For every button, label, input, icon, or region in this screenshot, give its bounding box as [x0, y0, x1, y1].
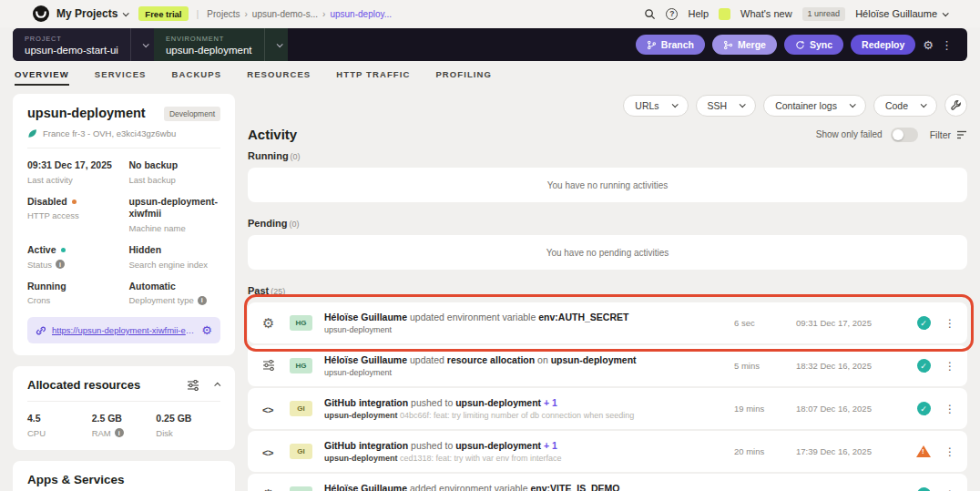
environment-switcher-chevron[interactable] — [264, 28, 288, 61]
environment-actions: URLs SSH Container logs Code — [248, 94, 967, 117]
chevron-down-icon — [740, 101, 746, 107]
gear-icon: ⚙ — [262, 316, 290, 330]
urls-dropdown[interactable]: URLs — [623, 95, 688, 117]
activity-duration: 19 mins — [734, 404, 796, 414]
project-label: PROJECT — [25, 35, 118, 43]
environment-stats: 09:31 Dec 17, 2025 Last activity No back… — [27, 159, 220, 305]
tab-backups[interactable]: BACKUPS — [172, 69, 222, 86]
sliders-icon — [262, 359, 290, 373]
activity-row[interactable]: ⚙ HG Héloïse Guillaume added environment… — [248, 474, 967, 491]
row-kebab-menu-icon[interactable]: ⋮ — [944, 317, 956, 330]
branch-button-label: Branch — [661, 39, 694, 50]
sync-button[interactable]: Sync — [784, 35, 843, 55]
tab-resources[interactable]: RESOURCES — [247, 69, 311, 86]
ram-info-icon[interactable]: i — [115, 428, 124, 437]
row-kebab-menu-icon[interactable]: ⋮ — [944, 360, 956, 373]
redeploy-button[interactable]: Redeploy — [851, 35, 915, 55]
activity-row[interactable]: ⚙ HG Héloïse Guillaume updated environme… — [248, 302, 967, 343]
ssh-label: SSH — [708, 100, 728, 111]
breadcrumb-environment[interactable]: upsun-deploy... — [330, 9, 392, 19]
activity-row[interactable]: <> GI GitHub integration pushed to upsun… — [248, 431, 967, 472]
environment-settings-gear-icon[interactable]: ⚙ — [923, 39, 934, 51]
apps-services-card: Apps & Services — [13, 461, 235, 491]
urls-label: URLs — [635, 100, 658, 111]
disabled-status-dot — [72, 199, 77, 204]
breadcrumb-projects[interactable]: Projects — [207, 9, 240, 19]
running-section-label: Running(0) — [248, 150, 967, 161]
resources-sliders-icon[interactable] — [187, 380, 199, 391]
status-info-icon[interactable]: i — [56, 260, 65, 269]
environment-bar: PROJECT upsun-demo-start-ui ENVIRONMENT … — [13, 28, 967, 61]
gear-icon: ⚙ — [262, 487, 290, 491]
user-menu[interactable]: Héloïse Guillaume — [855, 8, 947, 19]
activity-duration: 5 mins — [734, 361, 796, 371]
environment-switcher[interactable]: ENVIRONMENT upsun-deployment — [154, 28, 264, 61]
sync-button-label: Sync — [810, 39, 832, 50]
region-text: France fr-3 - OVH, e3kci43gz6wbu — [43, 128, 176, 138]
tab-profiling[interactable]: PROFILING — [435, 69, 492, 86]
tab-services[interactable]: SERVICES — [95, 69, 147, 86]
running-empty-state: You have no running activities — [248, 168, 967, 202]
project-switcher[interactable]: PROJECT upsun-demo-start-ui — [13, 28, 130, 61]
activity-date: 18:32 Dec 16, 2025 — [796, 361, 907, 371]
environment-url-link[interactable]: https://upsun-deployment-xiwfmii-e3kci43… — [52, 325, 196, 335]
wrench-icon — [950, 99, 962, 111]
row-kebab-menu-icon[interactable]: ⋮ — [944, 488, 956, 491]
help-icon[interactable]: ? — [666, 8, 678, 20]
chevron-down-icon — [850, 101, 856, 107]
chevron-down-icon[interactable] — [123, 10, 129, 16]
merge-button[interactable]: Merge — [712, 35, 777, 55]
help-link[interactable]: Help — [688, 8, 709, 19]
breadcrumb-separator: › — [244, 9, 247, 19]
activity-date: 17:39 Dec 16, 2025 — [796, 446, 907, 456]
stat-status: Active Statusi — [27, 244, 124, 270]
warning-triangle-icon — [916, 445, 931, 457]
activity-title: Activity — [248, 127, 297, 142]
collapse-chevron-icon[interactable] — [214, 383, 220, 389]
branch-button[interactable]: Branch — [636, 35, 705, 55]
sync-icon — [795, 40, 805, 50]
tools-button[interactable] — [944, 94, 967, 117]
code-dropdown[interactable]: Code — [873, 95, 937, 117]
past-activity-list: ⚙ HG Héloïse Guillaume updated environme… — [248, 302, 967, 491]
container-logs-dropdown[interactable]: Container logs — [763, 95, 866, 117]
chevron-down-icon — [921, 101, 927, 107]
active-status-dot — [61, 248, 66, 252]
tab-http-traffic[interactable]: HTTP TRAFFIC — [336, 69, 410, 86]
breadcrumb-project[interactable]: upsun-demo-s... — [252, 9, 318, 19]
stat-http-access: Disabled HTTP access — [27, 196, 124, 233]
stat-last-activity: 09:31 Dec 17, 2025 Last activity — [27, 159, 124, 185]
deployment-type-info-icon[interactable]: i — [198, 296, 207, 305]
stat-search-engine: Hidden Search engine index — [129, 244, 221, 270]
show-only-failed-toggle[interactable] — [891, 128, 918, 142]
project-switcher-chevron[interactable] — [130, 28, 154, 61]
whats-new-link[interactable]: What's new — [740, 8, 792, 19]
tab-overview[interactable]: OVERVIEW — [15, 69, 69, 86]
whats-new-icon[interactable] — [719, 8, 730, 20]
avatar: GI — [290, 401, 312, 416]
green-region-leaf-icon — [27, 128, 37, 138]
allocated-resources-title: Allocated resources — [27, 378, 176, 392]
environment-tabs: OVERVIEW SERVICES BACKUPS RESOURCES HTTP… — [15, 69, 965, 86]
unread-badge[interactable]: 1 unread — [802, 7, 846, 21]
activity-row[interactable]: <> GI GitHub integration pushed to upsun… — [248, 388, 967, 429]
projects-menu[interactable]: My Projects — [56, 7, 117, 20]
activity-row[interactable]: HG Héloïse Guillaume updated resource al… — [248, 345, 967, 386]
ssh-dropdown[interactable]: SSH — [696, 95, 757, 117]
search-icon[interactable] — [644, 8, 656, 20]
environment-name: upsun-deployment — [166, 45, 252, 56]
filter-control[interactable]: Filter — [930, 129, 967, 140]
code-icon: <> — [262, 445, 290, 458]
row-kebab-menu-icon[interactable]: ⋮ — [944, 445, 956, 458]
environment-kebab-menu-icon[interactable]: ⋮ — [941, 39, 953, 51]
success-check-icon: ✓ — [917, 487, 931, 491]
environment-label: ENVIRONMENT — [166, 35, 252, 43]
pending-empty-state: You have no pending activities — [248, 235, 967, 270]
row-kebab-menu-icon[interactable]: ⋮ — [944, 403, 956, 415]
filter-icon — [956, 130, 967, 139]
chevron-down-icon — [671, 101, 678, 107]
url-settings-gear-icon[interactable]: ⚙ — [201, 324, 212, 336]
upsun-logo-icon[interactable] — [33, 5, 49, 22]
breadcrumb-separator: › — [322, 9, 325, 19]
free-trial-badge: Free trial — [138, 6, 188, 21]
